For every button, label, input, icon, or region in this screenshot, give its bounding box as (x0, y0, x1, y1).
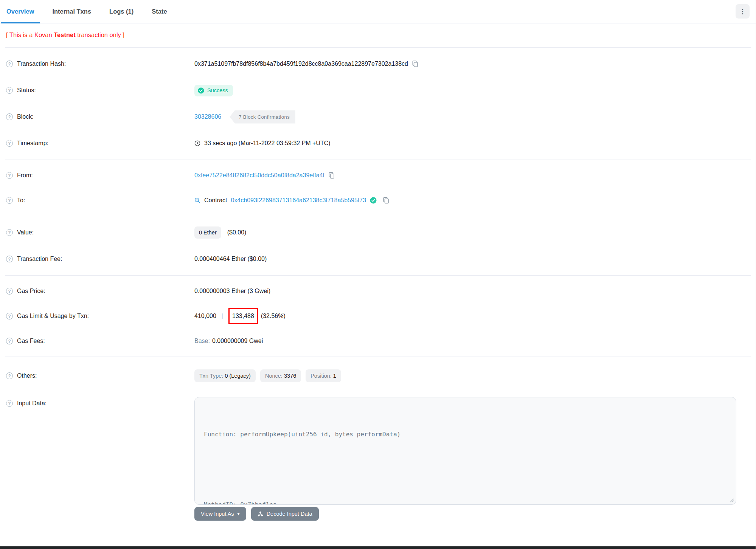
to-label: To: (17, 197, 25, 204)
tab-bar: Overview Internal Txns Logs (1) State ⋮ (0, 0, 756, 23)
bottom-spacer (0, 533, 756, 539)
gas-usage-value: 133,488 (232, 313, 254, 319)
decode-input-data-button[interactable]: Decode Input Data (251, 507, 319, 521)
copy-icon-svg (412, 60, 418, 67)
tab-overview[interactable]: Overview (1, 0, 40, 23)
row-value: ? Value: 0 Ether ($0.00) (0, 219, 756, 246)
gas-limit-usage-label: Gas Limit & Usage by Txn: (17, 313, 89, 319)
row-transaction-fee: ? Transaction Fee: 0.000400464 Ether ($0… (0, 246, 756, 272)
row-to: ? To: Contract 0x4cb093f226983713164a621… (0, 188, 756, 213)
gas-price-value: 0.000000003 Ether (3 Gwei) (194, 288, 270, 295)
success-check-icon (198, 87, 204, 94)
gas-fees-label: Gas Fees: (17, 338, 45, 344)
block-label: Block: (17, 113, 34, 120)
help-icon[interactable]: ? (6, 256, 13, 262)
input-data-label: Input Data: (17, 400, 47, 407)
position-key: Position: (310, 373, 333, 379)
decode-icon (258, 511, 263, 517)
row-status: ? Status: Success (0, 77, 756, 104)
help-icon[interactable]: ? (6, 229, 13, 236)
row-gas-fees: ? Gas Fees: Base: 0.000000009 Gwei (0, 329, 756, 354)
copy-icon-svg (383, 197, 389, 204)
timestamp-value: 33 secs ago (Mar-11-2022 03:59:32 PM +UT… (204, 140, 331, 147)
notice-prefix: [ This is a Kovan (6, 31, 54, 38)
notice-bold: Testnet (54, 31, 75, 38)
transaction-hash-label-group: ? Transaction Hash: (6, 60, 194, 67)
copy-icon[interactable] (412, 60, 418, 67)
others-label: Others: (17, 372, 37, 379)
input-data-content: Function: performUpkeep(uint256 id, byte… (204, 405, 727, 505)
transaction-hash-value: 0x371a51097fb78df856f8b4a7bd459f192d8cc8… (194, 60, 408, 67)
notice-suffix: transaction only ] (76, 31, 124, 38)
section-parties: ? From: 0xfee7522e8482682cf50ddc50a0f8da… (0, 160, 756, 216)
view-input-as-label: View Input As (201, 511, 234, 517)
gas-usage-percent: (32.56%) (261, 313, 286, 319)
more-options-button[interactable]: ⋮ (736, 4, 750, 19)
gas-fees-base-label: Base: (194, 338, 210, 344)
section-gas: ? Gas Price: 0.000000003 Ether (3 Gwei) … (0, 276, 756, 357)
block-confirmations-badge: 7 Block Confirmations (230, 110, 295, 124)
value-label: Value: (17, 229, 34, 236)
row-gas-limit-usage: ? Gas Limit & Usage by Txn: 410,000 | 13… (0, 304, 756, 329)
transaction-fee-value: 0.000400464 Ether ($0.00) (194, 256, 267, 262)
testnet-notice: [ This is a Kovan Testnet transaction on… (0, 23, 756, 47)
clock-icon (194, 140, 200, 146)
copy-icon-svg (328, 172, 335, 179)
from-label: From: (17, 172, 33, 179)
help-icon[interactable]: ? (6, 197, 13, 204)
txn-type-value: 0 (Legacy) (225, 373, 251, 379)
position-value: 1 (333, 373, 336, 379)
row-others: ? Others: Txn Type: 0 (Legacy) Nonce: 33… (0, 360, 756, 392)
help-icon[interactable]: ? (6, 372, 13, 379)
resize-handle-icon[interactable] (729, 497, 734, 502)
transaction-details-page: Overview Internal Txns Logs (1) State ⋮ … (0, 0, 756, 549)
help-icon[interactable]: ? (6, 172, 13, 179)
verified-check-icon (370, 197, 377, 204)
help-icon[interactable]: ? (6, 87, 13, 94)
magnifier-plus-icon[interactable] (194, 197, 200, 203)
input-data-textarea[interactable]: Function: performUpkeep(uint256 id, byte… (194, 397, 736, 505)
decode-input-data-label: Decode Input Data (267, 511, 312, 517)
help-icon[interactable]: ? (6, 60, 13, 67)
help-icon[interactable]: ? (6, 140, 13, 147)
value-ether-badge: 0 Ether (194, 226, 221, 239)
help-icon[interactable]: ? (6, 288, 13, 295)
timestamp-label: Timestamp: (17, 140, 48, 147)
copy-icon[interactable] (383, 197, 389, 204)
from-address-link[interactable]: 0xfee7522e8482682cf50ddc50a0f8da2a39effa… (194, 172, 324, 179)
copy-icon[interactable] (328, 172, 335, 179)
tab-internal-txns[interactable]: Internal Txns (47, 0, 97, 23)
input-data-actions: View Input As ▾ Decode Input Data (0, 505, 756, 530)
nonce-value: 3376 (284, 373, 296, 379)
txn-type-badge: Txn Type: 0 (Legacy) (194, 369, 256, 382)
to-contract-prefix: Contract (204, 197, 227, 204)
view-input-as-button[interactable]: View Input As ▾ (194, 507, 246, 521)
to-address-link[interactable]: 0x4cb093f226983713164a62138c3f718a5b595f… (231, 197, 366, 204)
section-others-input: ? Others: Txn Type: 0 (Legacy) Nonce: 33… (0, 357, 756, 533)
caret-down-icon: ▾ (238, 511, 240, 516)
input-data-blank-line (204, 464, 727, 475)
gas-fees-base-value: 0.000000009 Gwei (212, 338, 263, 344)
help-icon[interactable]: ? (6, 313, 13, 319)
status-value: Success (207, 87, 228, 93)
input-data-function-line: Function: performUpkeep(uint256 id, byte… (204, 428, 727, 440)
tab-logs[interactable]: Logs (1) (104, 0, 139, 23)
gas-limit-value: 410,000 (194, 313, 216, 319)
kebab-icon: ⋮ (739, 8, 746, 16)
gas-price-label: Gas Price: (17, 288, 45, 295)
tab-state[interactable]: State (146, 0, 172, 23)
input-data-method-line: MethodID: 0x7bbaf1ea (204, 499, 727, 505)
section-summary: ? Transaction Hash: 0x371a51097fb78df856… (0, 48, 756, 160)
row-block: ? Block: 30328606 7 Block Confirmations (0, 104, 756, 130)
block-number-link[interactable]: 30328606 (194, 113, 221, 120)
row-timestamp: ? Timestamp: 33 secs ago (Mar-11-2022 03… (0, 130, 756, 157)
row-input-data: ? Input Data: Function: performUpkeep(ui… (0, 392, 756, 505)
section-value: ? Value: 0 Ether ($0.00) ? Transaction F… (0, 216, 756, 275)
transaction-hash-label: Transaction Hash: (17, 60, 66, 67)
help-icon[interactable]: ? (6, 400, 13, 407)
help-icon[interactable]: ? (6, 338, 13, 344)
txn-type-key: Txn Type: (199, 373, 225, 379)
status-label: Status: (17, 87, 36, 94)
value-usd: ($0.00) (227, 229, 247, 236)
help-icon[interactable]: ? (6, 113, 13, 120)
